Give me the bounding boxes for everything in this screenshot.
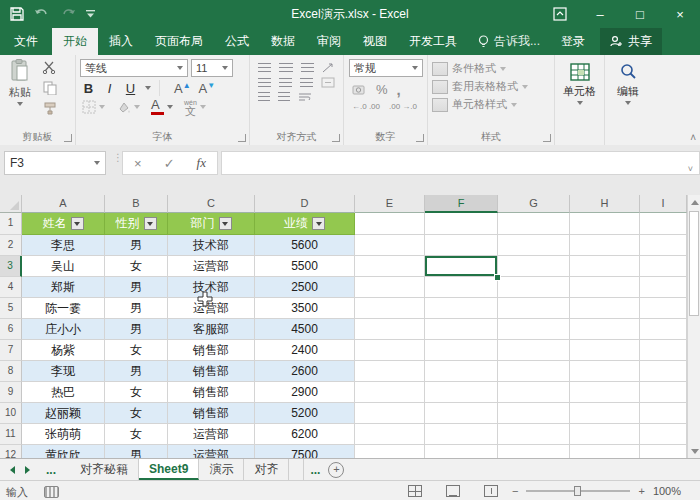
- empty-cell[interactable]: [498, 445, 570, 458]
- format-as-table-button[interactable]: 套用表格格式: [432, 79, 550, 94]
- scroll-up-icon[interactable]: [688, 195, 700, 209]
- insert-function-icon[interactable]: fx: [197, 155, 206, 171]
- empty-cell[interactable]: [640, 445, 687, 458]
- cell-D8[interactable]: 2600: [255, 361, 355, 382]
- redo-icon[interactable]: [60, 8, 76, 20]
- cell-D4[interactable]: 2500: [255, 277, 355, 298]
- tell-me-box[interactable]: 告诉我...: [468, 28, 550, 55]
- more-sheets-left[interactable]: ...: [40, 463, 62, 477]
- empty-cell[interactable]: [640, 298, 687, 319]
- empty-cell[interactable]: [355, 382, 425, 403]
- tab-page-layout[interactable]: 页面布局: [144, 28, 214, 55]
- phonetic-guide-button[interactable]: wén文: [184, 99, 197, 115]
- underline-dropdown-icon[interactable]: [145, 86, 151, 90]
- empty-cell[interactable]: [640, 277, 687, 298]
- empty-cell[interactable]: [498, 235, 570, 256]
- column-header-C[interactable]: C: [168, 195, 255, 213]
- cell-B3[interactable]: 女: [105, 256, 168, 277]
- empty-cell[interactable]: [425, 340, 498, 361]
- empty-cell[interactable]: [570, 213, 640, 235]
- empty-cell[interactable]: [425, 382, 498, 403]
- paste-dropdown-icon[interactable]: [17, 102, 23, 106]
- alignment-dialog-launcher-icon[interactable]: [332, 134, 340, 142]
- cell-C9[interactable]: 销售部: [168, 382, 255, 403]
- cell-D7[interactable]: 2400: [255, 340, 355, 361]
- align-right-icon[interactable]: [300, 78, 313, 88]
- cell-C7[interactable]: 销售部: [168, 340, 255, 361]
- empty-cell[interactable]: [640, 319, 687, 340]
- cell-B11[interactable]: 女: [105, 424, 168, 445]
- row-header-11[interactable]: 11: [0, 424, 22, 445]
- empty-cell[interactable]: [355, 235, 425, 256]
- page-layout-view-icon[interactable]: [446, 485, 460, 497]
- empty-cell[interactable]: [570, 319, 640, 340]
- filter-dropdown-icon[interactable]: [219, 217, 232, 230]
- next-sheet-icon[interactable]: [25, 466, 30, 474]
- bold-button[interactable]: B: [82, 81, 95, 96]
- cell-A3[interactable]: 吴山: [22, 256, 105, 277]
- empty-cell[interactable]: [498, 213, 570, 235]
- editing-button[interactable]: 编辑: [607, 58, 649, 105]
- empty-cell[interactable]: [355, 340, 425, 361]
- empty-cell[interactable]: [425, 361, 498, 382]
- empty-cell[interactable]: [425, 424, 498, 445]
- row-header-8[interactable]: 8: [0, 361, 22, 382]
- empty-cell[interactable]: [355, 445, 425, 458]
- tab-data[interactable]: 数据: [260, 28, 306, 55]
- page-break-view-icon[interactable]: [484, 485, 498, 497]
- cell-C10[interactable]: 销售部: [168, 403, 255, 424]
- row-header-6[interactable]: 6: [0, 319, 22, 340]
- cell-D9[interactable]: 2900: [255, 382, 355, 403]
- italic-button[interactable]: I: [103, 81, 116, 96]
- zoom-slider[interactable]: [526, 490, 630, 492]
- percent-style-button[interactable]: %: [376, 82, 388, 97]
- cell-styles-button[interactable]: 单元格样式: [432, 97, 550, 112]
- more-sheets-right[interactable]: ...: [304, 459, 326, 480]
- column-header-B[interactable]: B: [105, 195, 168, 213]
- cell-C11[interactable]: 运营部: [168, 424, 255, 445]
- cell-D5[interactable]: 3500: [255, 298, 355, 319]
- cell-A9[interactable]: 热巴: [22, 382, 105, 403]
- name-box[interactable]: F3: [4, 151, 106, 175]
- empty-cell[interactable]: [498, 403, 570, 424]
- cell-C3[interactable]: 运营部: [168, 256, 255, 277]
- scroll-down-icon[interactable]: [688, 444, 700, 458]
- fill-handle[interactable]: [494, 274, 501, 281]
- tab-formulas[interactable]: 公式: [214, 28, 260, 55]
- empty-cell[interactable]: [498, 424, 570, 445]
- cell-C8[interactable]: 销售部: [168, 361, 255, 382]
- empty-cell[interactable]: [425, 298, 498, 319]
- empty-cell[interactable]: [498, 277, 570, 298]
- sign-in-button[interactable]: 登录: [550, 28, 596, 55]
- empty-cell[interactable]: [570, 361, 640, 382]
- empty-cell[interactable]: [570, 424, 640, 445]
- empty-cell[interactable]: [355, 213, 425, 235]
- merge-center-icon[interactable]: [321, 77, 335, 88]
- orientation-icon[interactable]: [322, 62, 335, 73]
- empty-cell[interactable]: [498, 319, 570, 340]
- empty-cell[interactable]: [498, 256, 570, 277]
- row-header-2[interactable]: 2: [0, 235, 22, 256]
- comma-style-button[interactable]: ,: [397, 81, 401, 98]
- empty-cell[interactable]: [498, 298, 570, 319]
- column-header-E[interactable]: E: [355, 195, 425, 213]
- filter-dropdown-icon[interactable]: [144, 217, 157, 230]
- zoom-out-icon[interactable]: −: [512, 485, 518, 497]
- select-all-corner[interactable]: [0, 195, 22, 213]
- row-header-9[interactable]: 9: [0, 382, 22, 403]
- cell-B2[interactable]: 男: [105, 235, 168, 256]
- share-button[interactable]: 共享: [600, 28, 662, 55]
- filter-dropdown-icon[interactable]: [312, 217, 325, 230]
- fill-color-dropdown-icon[interactable]: [134, 105, 140, 109]
- empty-cell[interactable]: [640, 256, 687, 277]
- font-name-select[interactable]: 等线: [80, 59, 188, 77]
- cell-B12[interactable]: 男: [105, 445, 168, 458]
- sheet-tab-duiqimiji[interactable]: 对齐秘籍: [70, 459, 139, 480]
- empty-cell[interactable]: [640, 361, 687, 382]
- paste-button[interactable]: 粘贴: [3, 59, 37, 125]
- fill-color-icon[interactable]: [116, 101, 131, 114]
- accounting-format-icon[interactable]: [352, 84, 367, 96]
- borders-icon[interactable]: [82, 100, 96, 114]
- zoom-in-icon[interactable]: +: [638, 485, 644, 497]
- customize-toolbar-icon[interactable]: [86, 10, 95, 18]
